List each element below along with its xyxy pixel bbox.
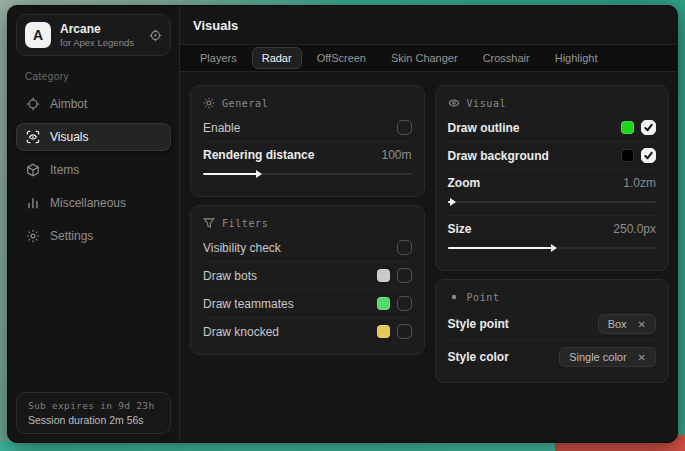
app-subtitle: for Apex Legends: [60, 37, 134, 48]
sidebar-item-label: Items: [50, 163, 79, 177]
row-label: Draw knocked: [203, 325, 279, 339]
right-column: Visual Draw outline Draw background: [435, 85, 670, 442]
row-label: Draw background: [448, 149, 549, 163]
draw-outline-color-swatch[interactable]: [621, 121, 634, 134]
row-controls: [377, 324, 412, 339]
session-duration-text: Session duration 2m 56s: [28, 414, 159, 426]
sidebar-item-label: Miscellaneous: [50, 196, 126, 210]
panel-visual: Visual Draw outline Draw background: [435, 85, 670, 271]
draw-background-checkbox[interactable]: [641, 148, 656, 163]
sidebar-item-label: Visuals: [50, 130, 88, 144]
row-label: Style point: [448, 317, 509, 331]
main-area: Visuals Players Radar OffScreen Skin Cha…: [180, 6, 677, 442]
style-point-select[interactable]: Box ✕: [598, 314, 656, 334]
chip-label: Single color: [569, 351, 626, 363]
chip-label: Box: [608, 318, 627, 330]
draw-background-color-swatch[interactable]: [621, 149, 634, 162]
visibility-check-checkbox[interactable]: [397, 240, 412, 255]
bars-icon: [26, 196, 40, 210]
slider-track: [448, 201, 657, 203]
sidebar-item-aimbot[interactable]: Aimbot: [16, 90, 171, 118]
draw-bots-color-swatch[interactable]: [377, 269, 390, 282]
sun-icon: [203, 97, 215, 109]
slider-fill: [448, 201, 451, 203]
tab-players[interactable]: Players: [190, 47, 247, 69]
size-value: 250.0px: [613, 222, 656, 236]
brand-text: Arcane for Apex Legends: [60, 22, 134, 48]
draw-teammates-color-swatch[interactable]: [377, 297, 390, 310]
rendering-distance-slider-row: [203, 168, 412, 187]
row-label: Style color: [448, 350, 509, 364]
panel-point-header: Point: [448, 283, 657, 308]
sub-expiry-text: Sub expires in 9d 23h: [28, 400, 159, 411]
scan-eye-icon: [26, 130, 40, 144]
close-icon[interactable]: ✕: [638, 319, 646, 330]
row-draw-outline: Draw outline: [448, 114, 657, 141]
dot-icon: [448, 291, 460, 303]
draw-knocked-checkbox[interactable]: [397, 324, 412, 339]
size-slider[interactable]: [448, 243, 657, 253]
style-color-select[interactable]: Single color ✕: [559, 347, 656, 367]
tab-highlight[interactable]: Highlight: [545, 47, 608, 69]
draw-outline-checkbox[interactable]: [641, 120, 656, 135]
row-draw-teammates: Draw teammates: [203, 289, 412, 317]
row-label: Rendering distance: [203, 148, 314, 162]
tab-crosshair[interactable]: Crosshair: [473, 47, 540, 69]
panel-filters-header: Filters: [203, 209, 412, 234]
draw-teammates-checkbox[interactable]: [397, 296, 412, 311]
subscription-card: Sub expires in 9d 23h Session duration 2…: [16, 392, 171, 434]
row-draw-background: Draw background: [448, 141, 657, 169]
close-icon[interactable]: ✕: [638, 352, 646, 363]
row-label: Zoom: [448, 176, 481, 190]
panel-title: Filters: [222, 218, 268, 229]
sidebar-item-miscellaneous[interactable]: Miscellaneous: [16, 189, 171, 217]
zoom-slider-row: [448, 196, 657, 215]
row-label: Size: [448, 222, 472, 236]
target-icon[interactable]: [149, 29, 162, 42]
panel-general-header: General: [203, 89, 412, 114]
rendering-distance-value: 100m: [381, 148, 411, 162]
app-logo: A: [25, 22, 51, 48]
tab-offscreen[interactable]: OffScreen: [307, 47, 376, 69]
check-icon: [644, 123, 653, 132]
sidebar-item-label: Settings: [50, 229, 93, 243]
row-controls: [621, 148, 656, 163]
slider-fill: [448, 247, 552, 249]
draw-knocked-color-swatch[interactable]: [377, 325, 390, 338]
panel-point: Point Style point Box ✕ Style color Sing…: [435, 279, 670, 383]
gear-icon: [26, 229, 40, 243]
row-draw-bots: Draw bots: [203, 261, 412, 289]
row-controls: [377, 296, 412, 311]
panel-title: Visual: [467, 98, 507, 109]
check-icon: [644, 151, 653, 160]
panel-general: General Enable Rendering distance 100m: [190, 85, 425, 197]
content: General Enable Rendering distance 100m: [180, 72, 677, 442]
tab-skin-changer[interactable]: Skin Changer: [381, 47, 468, 69]
app-window: A Arcane for Apex Legends Category: [7, 5, 678, 443]
row-label: Draw bots: [203, 269, 257, 283]
sidebar-item-settings[interactable]: Settings: [16, 222, 171, 250]
row-visibility-check: Visibility check: [203, 234, 412, 261]
sidebar-item-visuals[interactable]: Visuals: [16, 123, 171, 151]
rendering-distance-slider[interactable]: [203, 169, 412, 179]
sidebar-item-label: Aimbot: [50, 97, 87, 111]
funnel-icon: [203, 217, 215, 229]
main-header: Visuals: [180, 6, 677, 45]
eye-icon: [448, 97, 460, 109]
left-column: General Enable Rendering distance 100m: [190, 85, 425, 442]
app-title: Arcane: [60, 22, 134, 36]
size-slider-row: [448, 242, 657, 261]
row-label: Draw outline: [448, 121, 520, 135]
enable-checkbox[interactable]: [397, 120, 412, 135]
page-title: Visuals: [193, 18, 238, 33]
sidebar-item-items[interactable]: Items: [16, 156, 171, 184]
row-enable: Enable: [203, 114, 412, 141]
sidebar: A Arcane for Apex Legends Category: [8, 6, 180, 442]
row-label: Enable: [203, 121, 240, 135]
panel-filters: Filters Visibility check Draw bots: [190, 205, 425, 355]
tab-radar[interactable]: Radar: [252, 47, 302, 69]
zoom-slider[interactable]: [448, 197, 657, 207]
draw-bots-checkbox[interactable]: [397, 268, 412, 283]
row-draw-knocked: Draw knocked: [203, 317, 412, 345]
panel-title: Point: [467, 292, 500, 303]
